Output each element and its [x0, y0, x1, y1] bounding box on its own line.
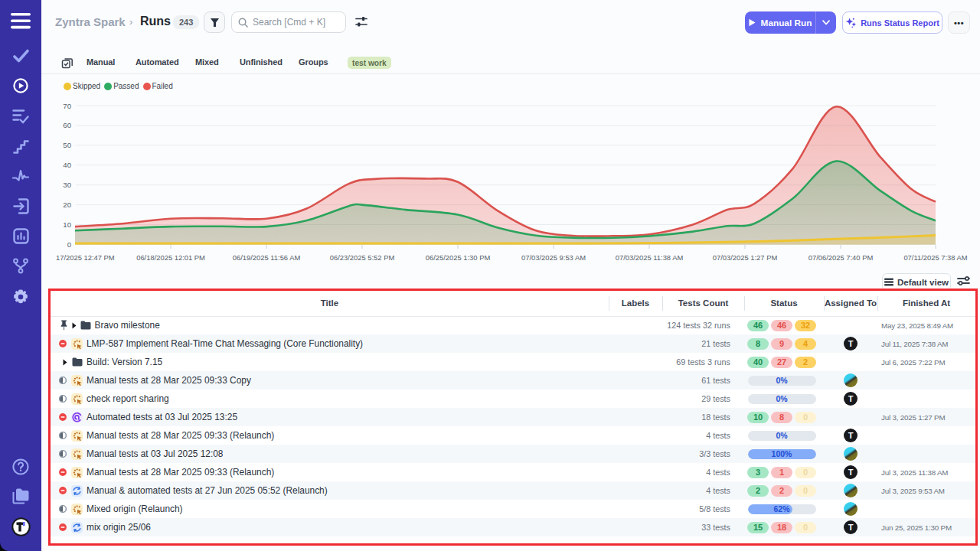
- svg-text:0: 0: [67, 240, 71, 249]
- svg-text:07/11/2025 7:38 AM: 07/11/2025 7:38 AM: [903, 253, 967, 262]
- svg-text:17/2025 12:47 PM: 17/2025 12:47 PM: [56, 253, 115, 262]
- svg-text:07/03/2025 11:38 AM: 07/03/2025 11:38 AM: [616, 253, 684, 262]
- svg-text:50: 50: [63, 141, 71, 149]
- svg-text:60: 60: [63, 121, 71, 129]
- svg-text:07/03/2025 9:53 AM: 07/03/2025 9:53 AM: [521, 253, 586, 262]
- svg-text:06/25/2025 1:30 PM: 06/25/2025 1:30 PM: [426, 253, 491, 262]
- svg-text:07/06/2025 7:40 PM: 07/06/2025 7:40 PM: [808, 253, 874, 262]
- svg-text:40: 40: [63, 161, 71, 169]
- svg-text:70: 70: [63, 102, 71, 110]
- svg-text:06/19/2025 11:56 AM: 06/19/2025 11:56 AM: [233, 253, 301, 262]
- svg-text:06/23/2025 5:52 PM: 06/23/2025 5:52 PM: [330, 253, 395, 262]
- svg-text:30: 30: [63, 181, 71, 189]
- svg-text:06/18/2025 12:01 PM: 06/18/2025 12:01 PM: [136, 253, 205, 262]
- svg-text:07/03/2025 1:27 PM: 07/03/2025 1:27 PM: [713, 253, 778, 262]
- svg-text:20: 20: [63, 201, 71, 209]
- svg-text:10: 10: [63, 220, 71, 229]
